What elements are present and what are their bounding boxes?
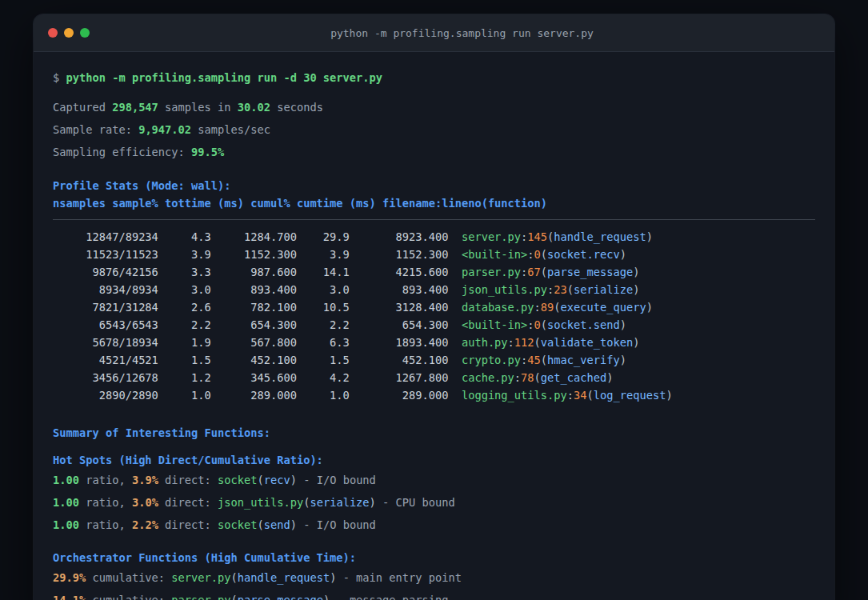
paren-close: )	[666, 389, 672, 402]
zoom-button[interactable]	[80, 28, 90, 38]
profile-stats-heading: Profile Stats (Mode: wall):	[53, 178, 815, 194]
paren-open: (	[567, 283, 574, 296]
hot-spot-item: 1.00 ratio, 2.2% direct: socket(send) - …	[53, 517, 815, 533]
captured-samples-value: 298,547	[112, 101, 158, 114]
row-metrics: 12847/89234 4.3 1284.700 29.9 8923.400	[53, 230, 462, 243]
paren-open: (	[541, 354, 547, 366]
paren-open: (	[541, 318, 547, 331]
ratio-value: 1.00	[53, 474, 79, 486]
ratio-label: ratio,	[79, 496, 132, 509]
paren-close: )	[606, 371, 613, 384]
paren-open: (	[587, 389, 594, 402]
close-button[interactable]	[48, 28, 58, 38]
filename: database.py	[462, 301, 534, 314]
function-name: handle_request	[554, 230, 646, 243]
function-name: send	[264, 518, 290, 531]
title-bar[interactable]: python -m profiling.sampling run server.…	[34, 14, 834, 52]
function-name: serialize	[574, 283, 633, 296]
cumulative-pct-value: 14.1%	[53, 594, 86, 600]
summary-heading: Summary of Interesting Functions:	[53, 425, 815, 441]
paren-open: (	[258, 518, 264, 531]
minimize-button[interactable]	[64, 28, 74, 38]
filename: parser.py	[462, 266, 521, 278]
paren-close: )	[323, 594, 330, 600]
efficiency-line: Sampling efficiency: 99.5%	[53, 144, 815, 160]
row-metrics: 7821/31284 2.6 782.100 10.5 3128.400	[53, 301, 462, 314]
filename: crypto.py	[462, 354, 521, 366]
paren-close: )	[290, 474, 297, 486]
table-row: 8934/8934 3.0 893.400 3.0 893.400 json_u…	[53, 281, 815, 298]
table-row: 11523/11523 3.9 1152.300 3.9 1152.300 <b…	[53, 246, 815, 263]
table-row: 7821/31284 2.6 782.100 10.5 3128.400 dat…	[53, 298, 815, 316]
paren-open: (	[534, 371, 541, 384]
table-row: 2890/2890 1.0 289.000 1.0 289.000 loggin…	[53, 386, 815, 404]
command-line: $ python -m profiling.sampling run -d 30…	[53, 70, 815, 86]
ratio-value: 1.00	[53, 518, 79, 531]
hot-spots-list: 1.00 ratio, 3.9% direct: socket(recv) - …	[53, 472, 815, 533]
filename: socket	[218, 474, 257, 486]
table-row: 6543/6543 2.2 654.300 2.2 654.300 <built…	[53, 316, 815, 334]
line-number: 112	[514, 336, 534, 349]
table-row: 3456/12678 1.2 345.600 4.2 1267.800 cach…	[53, 369, 815, 386]
line-number: 45	[527, 354, 540, 366]
paren-open: (	[231, 594, 238, 600]
terminal-content: $ python -m profiling.sampling run -d 30…	[34, 52, 834, 600]
colon: :	[514, 371, 521, 384]
function-name: socket.recv	[547, 248, 620, 261]
stats-columns-header: nsamples sample% tottime (ms) cumul% cum…	[53, 195, 815, 211]
sample-rate-value: 9,947.02	[138, 123, 191, 136]
hot-spot-item: 1.00 ratio, 3.0% direct: json_utils.py(s…	[53, 494, 815, 510]
row-metrics: 4521/4521 1.5 452.100 1.5 452.100	[53, 354, 462, 366]
direct-label: direct:	[158, 474, 218, 486]
paren-open: (	[541, 248, 547, 261]
paren-open: (	[541, 266, 547, 278]
efficiency-value: 99.5%	[191, 146, 224, 158]
captured-mid: samples in	[158, 101, 238, 114]
line-number: 34	[574, 389, 586, 402]
paren-close: )	[290, 518, 297, 531]
captured-line: Captured 298,547 samples in 30.02 second…	[53, 99, 815, 115]
sample-rate-suffix: samples/sec	[191, 123, 270, 136]
efficiency-label: Sampling efficiency:	[53, 146, 191, 158]
paren-open: (	[554, 301, 560, 314]
function-name: handle_request	[238, 571, 330, 584]
sample-rate-label: Sample rate:	[53, 123, 138, 136]
orchestrator-note: - message parsing	[330, 594, 448, 600]
function-name: recv	[264, 474, 290, 486]
line-number: 78	[521, 371, 534, 384]
line-number: 0	[534, 318, 541, 331]
ratio-value: 1.00	[53, 496, 79, 509]
colon: :	[567, 389, 574, 402]
table-row: 9876/42156 3.3 987.600 14.1 4215.600 par…	[53, 263, 815, 281]
filename: server.py	[462, 230, 521, 243]
sample-rate-line: Sample rate: 9,947.02 samples/sec	[53, 122, 815, 138]
row-metrics: 11523/11523 3.9 1152.300 3.9 1152.300	[53, 248, 462, 261]
row-metrics: 3456/12678 1.2 345.600 4.2 1267.800	[53, 371, 462, 384]
orchestrator-item: 14.1% cumulative: parser.py(parse_messag…	[53, 592, 815, 600]
function-name: parse_message	[238, 594, 323, 600]
cumulative-label: cumulative:	[86, 571, 171, 584]
direct-pct-value: 2.2%	[132, 518, 158, 531]
table-row: 5678/18934 1.9 567.800 6.3 1893.400 auth…	[53, 334, 815, 351]
command-text: python -m profiling.sampling run -d 30 s…	[66, 71, 382, 84]
filename: auth.py	[462, 336, 508, 349]
function-name: hmac_verify	[547, 354, 620, 366]
function-name: get_cached	[541, 371, 606, 384]
paren-close: )	[620, 318, 626, 331]
direct-label: direct:	[158, 518, 218, 531]
filename: server.py	[171, 571, 230, 584]
colon: :	[508, 336, 514, 349]
row-metrics: 6543/6543 2.2 654.300 2.2 654.300	[53, 318, 462, 331]
paren-open: (	[534, 336, 541, 349]
row-metrics: 8934/8934 3.0 893.400 3.0 893.400	[53, 283, 462, 296]
row-metrics: 5678/18934 1.9 567.800 6.3 1893.400	[53, 336, 462, 349]
hot-spot-note: - I/O bound	[297, 474, 376, 486]
orchestrator-note: - main entry point	[336, 571, 462, 584]
direct-pct-value: 3.0%	[132, 496, 158, 509]
function-name: log_request	[594, 389, 666, 402]
direct-pct-value: 3.9%	[132, 474, 158, 486]
paren-close: )	[633, 266, 639, 278]
paren-close: )	[620, 248, 626, 261]
window-title: python -m profiling.sampling run server.…	[90, 27, 834, 39]
filename: parser.py	[171, 594, 230, 600]
